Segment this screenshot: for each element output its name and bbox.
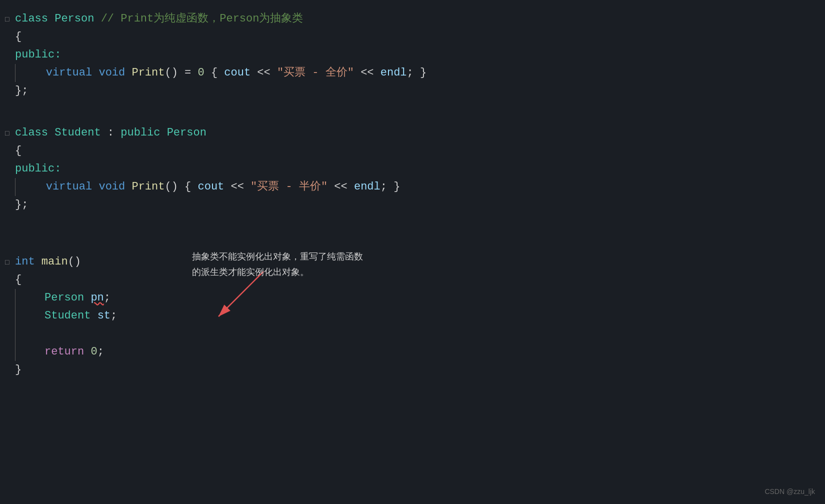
classname-person: Person [54,10,100,28]
main-person-pn-line: Person pn; [20,289,117,307]
keyword-void-2: void [98,178,132,196]
class-student-block: □ class Student : public Person { public… [5,124,820,214]
main-body: Person pn; [5,289,820,361]
brace-close-2: }; [15,196,28,214]
fn-main: main [42,253,68,270]
class-person-public-line: public: [5,46,820,64]
fold-icon-student[interactable]: □ [5,128,13,139]
return-value: 0 [90,343,97,360]
code-container: □ class Person // Print为纯虚函数，Person为抽象类 … [0,0,825,393]
annotation-arrow: 抽象类不能实例化出对象，重写了纯需函数 的派生类才能实例化出对象。 [104,249,284,368]
class-person-block: □ class Person // Print为纯虚函数，Person为抽象类 … [5,10,820,100]
class-student-close-line: }; [5,196,820,214]
fold-icon-main[interactable]: □ [5,257,13,268]
classname-person-inherit: Person [167,124,206,142]
brace-close-main: } [15,361,22,378]
class-student-header-line: □ class Student : public Person [5,124,820,142]
keyword-public-1: public: [15,46,61,64]
brace-close-1: }; [15,82,28,100]
var-pn: pn [90,289,104,306]
class-student-body: virtual void Print() { cout << "买票 - 半价"… [5,178,820,196]
keyword-void-1: void [98,64,132,82]
comment-person: // Print为纯虚函数，Person为抽象类 [101,10,304,28]
keyword-int-main: int [15,253,42,270]
vline-main [15,289,16,361]
main-blank-line [20,325,117,343]
string-quanprice: "买票 - 全价" [277,64,354,82]
type-student-inst: Student [44,307,98,324]
fold-icon-person[interactable]: □ [5,14,13,25]
class-person-virtual-line: virtual void Print() = 0 { cout << "买票 -… [20,64,426,82]
brace-open-1: { [15,28,22,46]
class-person-body: virtual void Print() = 0 { cout << "买票 -… [5,64,820,82]
keyword-class-2: class [15,124,54,142]
gap-2 [5,218,820,253]
fn-print-2: Print [132,178,164,196]
keyword-public-inherit: public [120,124,166,142]
watermark: CSDN @zzu_ljk [764,486,815,497]
main-close-line: } [5,361,820,379]
vline-1 [15,64,16,82]
class-person-header-line: □ class Person // Print为纯虚函数，Person为抽象类 [5,10,820,28]
main-statements: Person pn; [20,289,117,361]
classname-student: Student [54,124,108,142]
class-person-close-line: }; [5,82,820,100]
fn-print-1: Print [132,64,164,82]
string-banprice: "买票 - 半价" [250,178,328,196]
main-student-st-line: Student st; [20,307,117,325]
vline-2 [15,178,16,196]
keyword-public-2: public: [15,160,61,178]
brace-open-main: { [15,271,22,288]
keyword-virtual-1: virtual [20,64,98,82]
main-return-line: return 0; [20,343,117,361]
class-person-open-line: { [5,28,820,46]
keyword-virtual-2: virtual [20,178,98,196]
annotation-text: 抽象类不能实例化出对象，重写了纯需函数 的派生类才能实例化出对象。 [192,249,363,280]
gap-1 [5,104,820,124]
type-person-inst: Person [44,289,90,306]
class-student-public-line: public: [5,160,820,178]
class-student-virtual-line: virtual void Print() { cout << "买票 - 半价"… [20,178,400,196]
main-block: □ int main() { Person pn; [5,253,820,379]
brace-open-2: { [15,142,22,160]
class-student-open-line: { [5,142,820,160]
var-st: st [98,307,110,324]
keyword-return: return [44,343,90,360]
keyword-class-1: class [15,10,54,28]
